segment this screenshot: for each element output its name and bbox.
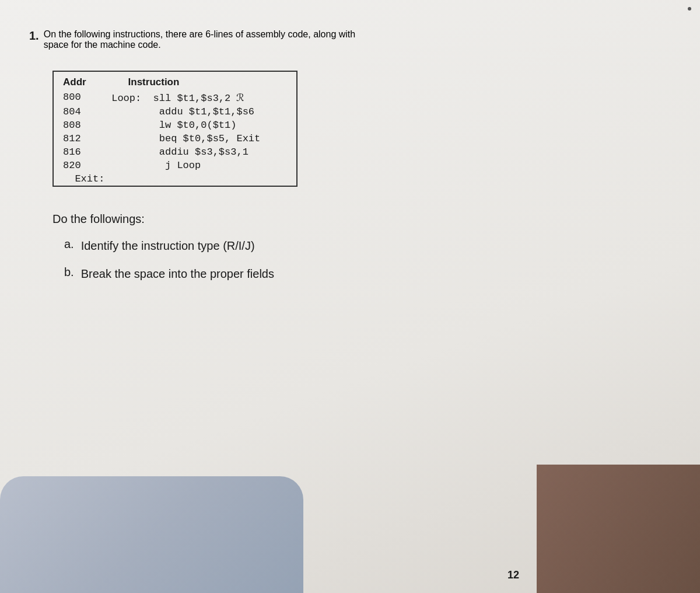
exit-label: Exit: xyxy=(53,172,297,186)
sub-label-b: b. xyxy=(64,266,74,279)
instr-816: addiu $s3,$s3,1 xyxy=(102,145,297,159)
instr-812: beq $t0,$s5, Exit xyxy=(102,132,297,145)
page-number: 12 xyxy=(508,569,519,581)
table-row: 820 j Loop xyxy=(53,159,297,172)
table-row: 808 lw $t0,0($t1) xyxy=(53,118,297,132)
bottom-right-decorative-object xyxy=(537,465,700,593)
table-row: 816 addiu $s3,$s3,1 xyxy=(53,145,297,159)
corner-decoration xyxy=(688,7,691,11)
addr-804: 804 xyxy=(53,105,102,118)
addr-820: 820 xyxy=(53,159,102,172)
instr-804: addu $t1,$t1,$s6 xyxy=(102,105,297,118)
table-row: 804 addu $t1,$t1,$s6 xyxy=(53,105,297,118)
bottom-decorative-object xyxy=(0,476,303,593)
table-row: 812 beq $t0,$s5, Exit xyxy=(53,132,297,145)
exit-label-row: Exit: xyxy=(53,172,297,186)
addr-800: 800 xyxy=(53,90,102,105)
followings-title: Do the followings: xyxy=(52,212,671,226)
sub-label-a: a. xyxy=(64,238,74,251)
assembly-table-container: Addr Instruction 800 Loop: sll $t1,$s3,2… xyxy=(52,71,298,187)
sub-text-b: Break the space into the proper fields xyxy=(81,266,274,282)
col-header-addr: Addr xyxy=(53,71,102,90)
question-text-line1: On the following instructions, there are… xyxy=(44,29,356,39)
addr-812: 812 xyxy=(53,132,102,145)
instr-820: j Loop xyxy=(102,159,297,172)
table-row: 800 Loop: sll $t1,$s3,2 ℛ xyxy=(53,90,297,105)
addr-816: 816 xyxy=(53,145,102,159)
question-number: 1. xyxy=(29,29,39,43)
instr-808: lw $t0,0($t1) xyxy=(102,118,297,132)
question-text: On the following instructions, there are… xyxy=(44,29,356,50)
addr-808: 808 xyxy=(53,118,102,132)
question-header: 1. On the following instructions, there … xyxy=(29,29,671,50)
sub-item-b: b. Break the space into the proper field… xyxy=(64,266,671,282)
sub-item-a: a. Identify the instruction type (R/I/J) xyxy=(64,238,671,254)
sub-text-a: Identify the instruction type (R/I/J) xyxy=(81,238,255,254)
assembly-table: Addr Instruction 800 Loop: sll $t1,$s3,2… xyxy=(52,71,298,187)
followings-section: Do the followings: a. Identify the instr… xyxy=(52,212,671,282)
instr-800: Loop: sll $t1,$s3,2 ℛ xyxy=(102,90,297,105)
table-header-row: Addr Instruction xyxy=(53,71,297,90)
col-header-instruction: Instruction xyxy=(102,71,297,90)
question-text-line2: space for the machine code. xyxy=(44,40,161,50)
